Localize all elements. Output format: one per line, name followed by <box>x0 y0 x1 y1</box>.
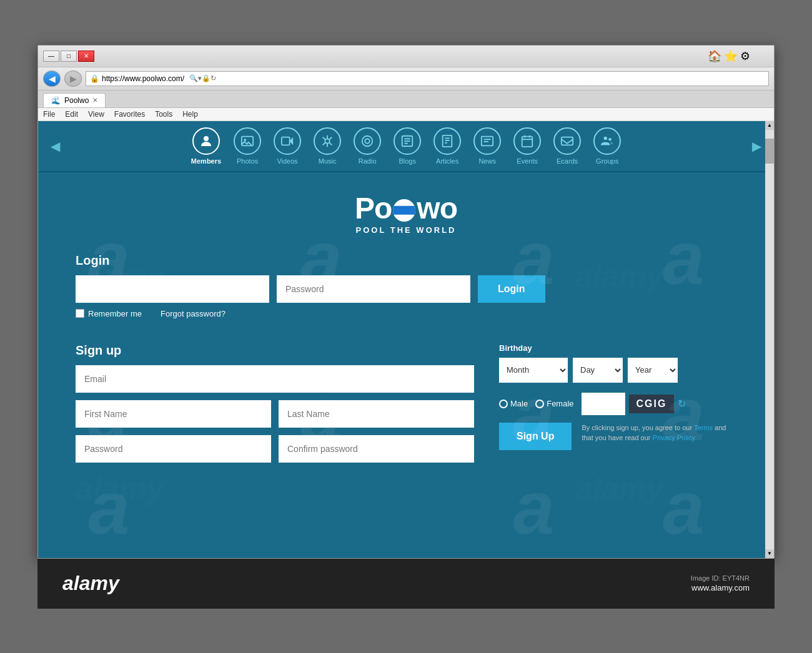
svg-rect-19 <box>522 136 533 147</box>
nav-label-news: News <box>478 157 496 165</box>
username-input[interactable] <box>76 275 269 303</box>
email-input[interactable] <box>76 365 474 393</box>
menu-help[interactable]: Help <box>182 110 198 119</box>
signup-left: Sign up <box>76 343 474 470</box>
svg-point-24 <box>604 136 608 140</box>
alamy-text: alamy <box>62 572 119 594</box>
forgot-password-link[interactable]: Forgot password? <box>161 309 225 318</box>
nav-label-photos: Photos <box>237 157 258 165</box>
tab-favicon: 🌊 <box>51 96 61 105</box>
nav-label-music: Music <box>319 157 337 165</box>
photos-icon <box>234 127 261 155</box>
nav-item-blogs[interactable]: Blogs <box>394 127 421 165</box>
home-icon[interactable]: 🏠 <box>708 49 721 63</box>
titlebar: — □ ✕ 🏠 ⭐ ⚙ <box>38 46 774 67</box>
first-name-input[interactable] <box>76 400 271 428</box>
terms-prefix: By clicking sign up, you agree to our <box>582 424 692 431</box>
scroll-up-arrow[interactable]: ▲ <box>765 121 774 130</box>
signup-button[interactable]: Sign Up <box>499 423 572 450</box>
scroll-down-arrow[interactable]: ▼ <box>765 549 774 558</box>
image-id: Image ID: EYT4NR <box>691 574 750 582</box>
email-row <box>76 365 474 393</box>
menu-tools[interactable]: Tools <box>155 110 172 119</box>
svg-point-5 <box>325 139 329 143</box>
nav-label-ecards: Ecards <box>557 157 578 165</box>
last-name-input[interactable] <box>279 400 474 428</box>
confirm-password-input[interactable] <box>279 435 474 463</box>
gear-icon[interactable]: ⚙ <box>740 49 750 63</box>
site-nav: ◀ Members Photos <box>38 121 774 172</box>
year-select[interactable]: Year <box>628 358 678 383</box>
remember-me-checkbox[interactable] <box>76 309 84 318</box>
female-radio[interactable] <box>535 400 544 408</box>
active-tab[interactable]: 🌊 Poolwo ✕ <box>43 93 106 107</box>
gender-male[interactable]: Male <box>499 399 528 408</box>
signup-right: Birthday Month Day Year <box>499 343 736 470</box>
menu-view[interactable]: View <box>88 110 104 119</box>
scrollbar[interactable]: ▲ ▼ <box>765 121 774 558</box>
nav-left-arrow[interactable]: ◀ <box>51 139 60 154</box>
gender-female[interactable]: Female <box>535 399 573 408</box>
nav-item-members[interactable]: Members <box>191 127 221 165</box>
terms-link[interactable]: Terms <box>694 424 713 431</box>
nav-label-videos: Videos <box>277 157 297 165</box>
login-section: Login Login Remember me Forgot password? <box>76 253 736 318</box>
nav-item-music[interactable]: Music <box>314 127 341 165</box>
scroll-thumb[interactable] <box>765 139 774 164</box>
footer-right: Image ID: EYT4NR www.alamy.com <box>691 574 750 592</box>
nav-item-articles[interactable]: Articles <box>433 127 461 165</box>
alamy-logo: alamy <box>62 572 119 595</box>
star-icon[interactable]: ⭐ <box>724 49 738 63</box>
svg-point-6 <box>362 135 373 146</box>
nav-right-arrow[interactable]: ▶ <box>752 139 761 154</box>
password-input[interactable] <box>277 275 470 303</box>
radio-icon <box>354 127 381 155</box>
back-button[interactable]: ◀ <box>43 71 61 87</box>
videos-icon <box>274 127 301 155</box>
signup-password-input[interactable] <box>76 435 271 463</box>
close-button[interactable]: ✕ <box>78 51 94 62</box>
female-label: Female <box>547 399 573 408</box>
signup-section: Sign up Birthday <box>76 343 736 470</box>
nav-item-radio[interactable]: Radio <box>354 127 381 165</box>
logo-part1: Po <box>355 192 392 225</box>
remember-me-label[interactable]: Remember me <box>76 309 142 318</box>
address-bar[interactable]: 🔒 https://www.poolwo.com/ 🔍▾🔒↻ <box>86 71 769 86</box>
terms-text: By clicking sign up, you agree to our Te… <box>582 423 736 443</box>
nav-label-events: Events <box>517 157 538 165</box>
day-select[interactable]: Day <box>573 358 623 383</box>
nav-item-news[interactable]: News <box>473 127 501 165</box>
url-text: https://www.poolwo.com/ <box>102 74 184 83</box>
male-radio[interactable] <box>499 400 508 408</box>
nav-item-videos[interactable]: Videos <box>274 127 301 165</box>
svg-point-7 <box>365 139 369 143</box>
logo-part2: wo <box>417 192 457 225</box>
forward-button[interactable]: ▶ <box>64 71 82 87</box>
menu-edit[interactable]: Edit <box>65 110 78 119</box>
month-select[interactable]: Month <box>499 358 568 383</box>
maximize-button[interactable]: □ <box>61 51 77 62</box>
main-content: Powo POOL THE WORLD Login Login Remember… <box>38 172 774 489</box>
browser-toolbar: ◀ ▶ 🔒 https://www.poolwo.com/ 🔍▾🔒↻ <box>38 67 774 91</box>
birthday-label: Birthday <box>499 343 736 353</box>
nav-item-ecards[interactable]: Ecards <box>553 127 581 165</box>
nav-item-photos[interactable]: Photos <box>234 127 261 165</box>
privacy-link[interactable]: Privacy Policy <box>653 434 695 441</box>
tab-close-button[interactable]: ✕ <box>92 97 97 104</box>
nav-label-groups: Groups <box>596 157 618 165</box>
minimize-button[interactable]: — <box>43 51 59 62</box>
menu-favorites[interactable]: Favorites <box>114 110 145 119</box>
logo-tagline: POOL THE WORLD <box>76 225 736 235</box>
captcha-input[interactable] <box>582 393 625 415</box>
nav-item-groups[interactable]: Groups <box>593 127 621 165</box>
captcha-text: CGIG <box>629 395 675 413</box>
menu-file[interactable]: File <box>43 110 55 119</box>
logo-area: Powo POOL THE WORLD <box>76 191 736 235</box>
captcha-refresh-button[interactable]: ↻ <box>678 398 686 410</box>
nav-item-events[interactable]: Events <box>513 127 541 165</box>
logo-ball <box>393 199 415 222</box>
security-icon: 🔒 <box>90 74 99 83</box>
login-button[interactable]: Login <box>478 275 545 303</box>
remember-me-text: Remember me <box>88 309 142 318</box>
members-icon <box>192 127 220 155</box>
